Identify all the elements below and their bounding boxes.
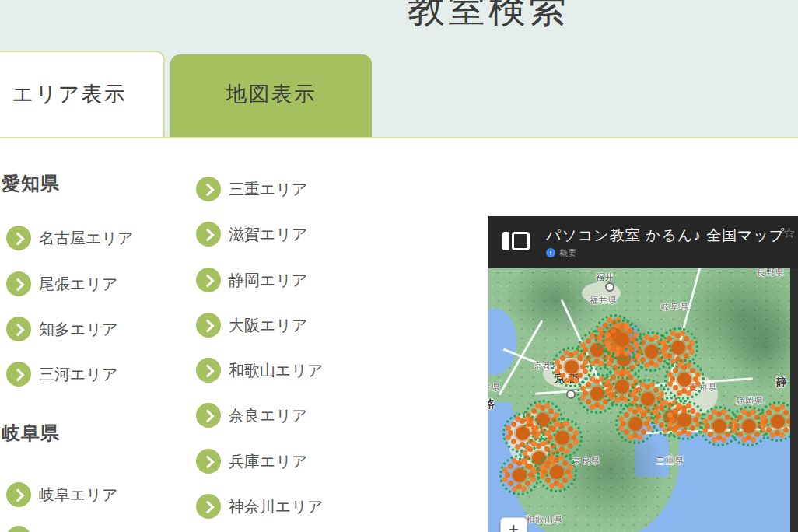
map-zoom-in-button[interactable]: + bbox=[500, 517, 527, 532]
classroom-cluster-marker[interactable] bbox=[615, 404, 656, 444]
embedded-map: パソコン教室 かるん♪ 全国マップ ☆ i 概要 福井福井県岐阜県長野県京 bbox=[488, 216, 798, 532]
chevron-right-icon bbox=[196, 177, 221, 201]
map-right-edge bbox=[790, 268, 798, 532]
chevron-right-icon bbox=[6, 482, 31, 507]
area-item-partial-chevron-icon[interactable] bbox=[6, 526, 31, 532]
area-link-label: 三河エリア bbox=[39, 362, 117, 387]
area-link-label: 知多エリア bbox=[39, 317, 117, 341]
map-place-label: 三重県 bbox=[656, 455, 684, 467]
map-panel-toggle-icon[interactable] bbox=[502, 230, 529, 252]
map-place-label: 和歌山県 bbox=[526, 514, 563, 526]
map-place-label: 兵庫県 bbox=[488, 382, 501, 394]
area-link-label: 岐阜エリア bbox=[39, 482, 117, 507]
prefecture-heading: 愛知県 bbox=[2, 171, 60, 196]
map-place-label: 長野県 bbox=[757, 268, 785, 278]
map-place-label: 福井県 bbox=[590, 295, 618, 306]
classroom-cluster-marker[interactable] bbox=[499, 455, 540, 495]
star-icon[interactable]: ☆ bbox=[782, 224, 796, 242]
area-link-label: 滋賀エリア bbox=[229, 222, 307, 247]
area-link-label: 兵庫エリア bbox=[229, 449, 307, 474]
map-place-label: 静岡県 bbox=[736, 395, 764, 407]
tab-underline bbox=[0, 137, 798, 138]
chevron-right-icon bbox=[6, 317, 31, 341]
area-link-label: 静岡エリア bbox=[229, 268, 307, 292]
tab-map-view[interactable]: 地図表示 bbox=[170, 54, 372, 138]
classroom-cluster-marker[interactable] bbox=[664, 359, 705, 400]
area-link-label: 神奈川エリア bbox=[229, 494, 323, 519]
map-viewport[interactable]: 福井福井県岐阜県長野県京都府京都兵庫県路奈良県三重県和歌山県愛知県静岡県静 + bbox=[488, 268, 790, 532]
chevron-right-icon bbox=[196, 494, 221, 519]
map-place-label: 奈良県 bbox=[572, 455, 600, 467]
map-header: パソコン教室 かるん♪ 全国マップ ☆ i 概要 bbox=[488, 216, 798, 268]
city-marker-icon bbox=[605, 282, 614, 292]
page-title: 教室検索 bbox=[0, 0, 798, 34]
area-link-label: 名古屋エリア bbox=[39, 226, 133, 250]
chevron-right-icon bbox=[196, 449, 221, 474]
map-place-label: 路 bbox=[488, 397, 497, 411]
map-place-label: 静 bbox=[776, 376, 789, 390]
map-title: パソコン教室 かるん♪ 全国マップ bbox=[546, 226, 786, 246]
classroom-cluster-marker[interactable] bbox=[664, 400, 705, 440]
chevron-right-icon bbox=[196, 358, 221, 383]
classroom-cluster-marker[interactable] bbox=[602, 320, 642, 360]
area-link-label: 和歌山エリア bbox=[229, 358, 323, 383]
area-link-label: 奈良エリア bbox=[229, 403, 307, 428]
tab-area-view[interactable]: エリア表示 bbox=[0, 51, 165, 138]
area-link-label: 大阪エリア bbox=[229, 313, 307, 338]
chevron-right-icon bbox=[196, 268, 221, 292]
map-place-label: 福井 bbox=[596, 271, 614, 283]
prefecture-heading: 岐阜県 bbox=[2, 421, 60, 446]
classroom-cluster-marker[interactable] bbox=[537, 452, 577, 492]
chevron-right-icon bbox=[6, 271, 31, 296]
header-band: 教室検索 エリア表示 地図表示 bbox=[0, 0, 798, 138]
area-link-label: 尾張エリア bbox=[39, 271, 117, 296]
map-overview-label: 概要 bbox=[559, 247, 576, 259]
chevron-right-icon bbox=[196, 403, 221, 428]
chevron-right-icon bbox=[196, 313, 221, 338]
map-place-label: 岐阜県 bbox=[661, 301, 689, 313]
info-icon: i bbox=[546, 248, 555, 257]
area-link-label: 三重エリア bbox=[229, 177, 307, 201]
city-marker-icon bbox=[566, 390, 576, 399]
chevron-right-icon bbox=[6, 362, 31, 387]
chevron-right-icon bbox=[6, 226, 31, 250]
chevron-right-icon bbox=[196, 222, 221, 247]
